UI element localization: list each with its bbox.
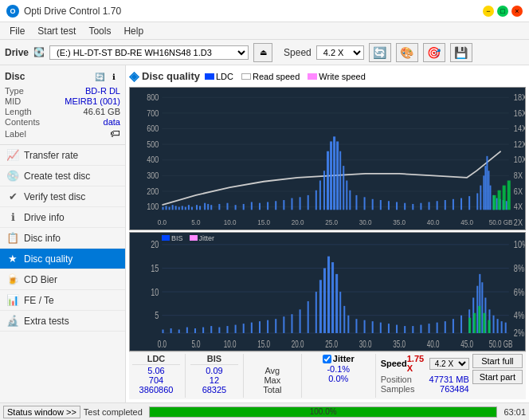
jitter-max: 0.0% [328,374,348,383]
jitter-checkbox-row: Jitter [323,354,355,363]
svg-rect-161 [364,320,366,332]
titlebar: O Opti Drive Control 1.70 − □ × [0,0,529,22]
svg-rect-44 [185,207,186,210]
disc-label-icon[interactable]: 🏷 [110,128,120,139]
svg-rect-57 [259,203,261,210]
speed-select-drive[interactable]: 4.2 X [316,45,364,60]
disc-contents-value: data [104,117,120,127]
disc-quality-title: ◈ Disc quality [129,69,200,84]
sidebar-item-drive-info[interactable]: ℹ Drive info [0,207,125,228]
menu-help[interactable]: Help [117,24,150,38]
svg-text:45.0: 45.0 [460,339,473,349]
app-icon: O [6,5,19,18]
svg-text:8%: 8% [514,262,524,273]
svg-rect-138 [210,326,212,333]
svg-rect-47 [196,205,198,210]
sidebar-item-extra-tests[interactable]: 🔬 Extra tests [0,311,125,332]
ldc-total: 3860860 [132,385,180,394]
svg-text:40.0: 40.0 [427,218,440,226]
close-button[interactable]: × [511,6,523,17]
svg-rect-96 [489,186,491,210]
sidebar-item-label: Transfer rate [24,150,78,161]
svg-rect-167 [412,326,413,333]
start-part-button[interactable]: Start part [472,370,523,384]
sidebar-item-fe-te[interactable]: 📊 FE / Te [0,290,125,311]
svg-rect-52 [218,204,220,210]
svg-rect-186 [473,313,476,333]
samples-row: Samples 763484 [381,384,469,394]
svg-rect-132 [162,329,163,332]
svg-rect-39 [169,207,170,210]
svg-rect-82 [412,204,413,210]
divider-3 [301,354,302,398]
svg-text:300: 300 [147,171,159,180]
disc-title: Disc [5,71,25,82]
ldc-avg: 5.06 [132,366,180,375]
transfer-rate-icon: 📈 [6,149,19,161]
menu-tools[interactable]: Tools [82,24,117,38]
disc-refresh-icon[interactable]: 🔄 [93,70,106,83]
bis-legend: BIS [162,234,183,242]
drive-icon: 💽 [33,47,45,57]
save-button[interactable]: 💾 [450,43,472,62]
svg-rect-184 [505,322,507,332]
sidebar-item-transfer-rate[interactable]: 📈 Transfer rate [0,145,125,166]
svg-rect-171 [445,321,446,333]
svg-text:40.0: 40.0 [427,339,440,349]
svg-rect-60 [283,200,284,210]
svg-text:18X: 18X [514,92,525,102]
svg-text:14X: 14X [514,124,525,133]
menu-file[interactable]: File [3,24,31,38]
disc-quality-icon: ★ [6,253,19,265]
jitter-legend: Jitter [190,234,215,242]
jitter-checkbox[interactable] [323,355,331,363]
sidebar-item-create-test-disc[interactable]: 💿 Create test disc [0,166,125,186]
speed-stats: Speed 1.75 X 4.2 X Position 47731 MB Sam… [381,354,469,394]
svg-text:35.0: 35.0 [393,339,406,349]
svg-rect-170 [437,322,438,332]
stats-bar: LDC 5.06 704 3860860 BIS 0.09 12 68325 -… [129,351,526,399]
eject-button[interactable]: ⏏ [253,43,272,62]
disc-info-icon: 📋 [6,232,19,244]
sidebar-item-disc-quality[interactable]: ★ Disc quality [0,249,125,269]
svg-rect-66 [323,171,325,210]
svg-rect-75 [355,195,357,210]
disc-info-icon[interactable]: ℹ [108,70,120,83]
drive-select[interactable]: (E:) HL-DT-ST BD-RE WH16NS48 1.D3 [49,45,249,60]
svg-rect-70 [336,141,339,210]
status-window-button[interactable]: Status window >> [3,406,80,418]
sidebar-item-cd-bier[interactable]: 🍺 CD Bier [0,269,125,290]
drivebar: Drive 💽 (E:) HL-DT-ST BD-RE WH16NS48 1.D… [0,40,529,65]
action-btn-2[interactable]: 🎨 [396,43,418,62]
svg-rect-181 [493,316,495,333]
maximize-button[interactable]: □ [497,6,508,17]
speed-select-stats[interactable]: 4.2 X [429,358,469,370]
menu-start-test[interactable]: Start test [31,24,82,38]
sidebar-item-verify-test-disc[interactable]: ✔ Verify test disc [0,186,125,207]
svg-text:30.0: 30.0 [359,218,372,226]
titlebar-controls[interactable]: − □ × [483,6,523,17]
svg-rect-78 [380,200,382,210]
svg-text:5.0: 5.0 [191,218,200,226]
action-btn-1[interactable]: 🔄 [369,43,391,62]
svg-rect-155 [331,262,334,333]
svg-rect-136 [194,328,196,333]
disc-label-row: Label 🏷 [5,128,120,139]
svg-rect-88 [460,198,462,210]
svg-rect-135 [186,327,188,332]
start-buttons: Start full Start part [472,354,523,384]
sidebar-item-disc-info[interactable]: 📋 Disc info [0,228,125,249]
svg-text:6X: 6X [514,186,523,196]
position-row: Position 47731 MB [381,375,469,384]
disc-length-value: 46.61 GB [84,107,120,116]
minimize-button[interactable]: − [483,6,494,17]
svg-text:15.0: 15.0 [257,339,270,349]
action-btn-3[interactable]: 🎯 [423,43,445,62]
speed-row: Speed 1.75 X 4.2 X [381,354,469,373]
sidebar-item-label: Create test disc [24,171,90,182]
svg-rect-162 [372,321,374,333]
chart-container: 800 700 600 500 400 300 200 100 18X 16X … [129,87,526,351]
extra-tests-icon: 🔬 [6,315,19,327]
start-full-button[interactable]: Start full [472,354,523,368]
sidebar-item-label: Drive info [24,212,65,223]
